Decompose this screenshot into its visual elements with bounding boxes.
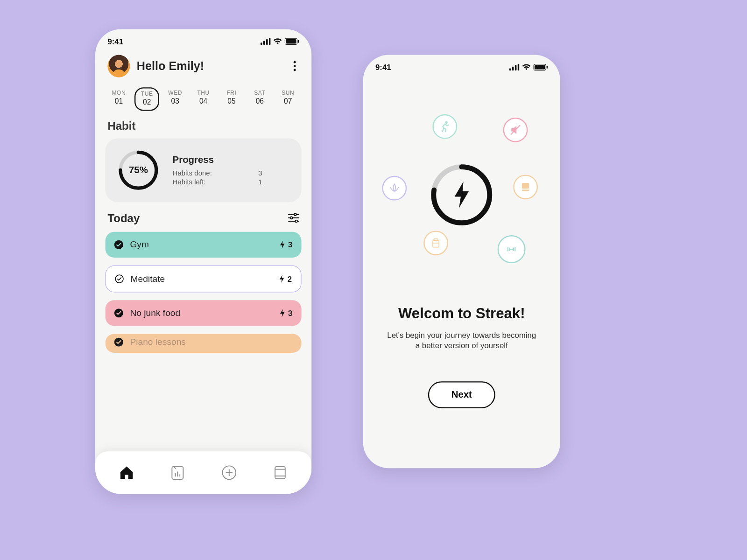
habit-label: Piano lessons	[130, 337, 186, 347]
bolt-icon	[427, 160, 496, 230]
dumbbell-icon	[498, 235, 526, 263]
habit-gym[interactable]: Gym 3	[106, 232, 302, 258]
svg-rect-0	[261, 42, 262, 45]
svg-point-10	[294, 213, 296, 216]
progress-percent: 75%	[117, 148, 161, 192]
svg-rect-1	[263, 41, 265, 45]
jar-icon	[423, 231, 448, 255]
cellular-icon	[509, 64, 520, 70]
journal-icon	[274, 465, 286, 480]
home-icon	[119, 465, 134, 480]
svg-point-16	[115, 275, 123, 283]
tab-add[interactable]	[218, 462, 240, 484]
habit-label: Meditate	[131, 274, 165, 284]
wifi-icon	[521, 64, 531, 70]
habit-label: Gym	[130, 240, 149, 250]
tab-journal[interactable]	[269, 462, 291, 484]
habit-label: No junk food	[130, 308, 180, 318]
add-icon	[221, 465, 237, 481]
svg-rect-25	[275, 467, 286, 479]
day-sat[interactable]: SAT06	[247, 87, 272, 111]
svg-rect-39	[433, 240, 439, 247]
streak-ring	[427, 160, 496, 230]
tab-bar	[95, 451, 311, 494]
status-time: 9:41	[375, 63, 391, 71]
section-habit-title: Habit	[95, 120, 311, 139]
svg-rect-28	[509, 68, 511, 70]
day-fri[interactable]: FRI05	[219, 87, 244, 111]
svg-rect-5	[286, 39, 296, 44]
progress-card[interactable]: 75% Progress Habits done:3 Habits left:1	[106, 138, 302, 202]
greeting: Hello Emily!	[137, 59, 204, 73]
check-filled-icon	[114, 338, 123, 347]
tab-stats[interactable]	[167, 462, 189, 484]
bolt-icon	[279, 309, 286, 317]
svg-rect-38	[522, 189, 529, 189]
battery-icon	[533, 64, 548, 70]
day-wed[interactable]: WED03	[163, 87, 188, 111]
habit-meditate[interactable]: Meditate 2	[106, 266, 302, 293]
book-icon	[513, 175, 538, 199]
bolt-icon	[279, 275, 285, 283]
wifi-icon	[273, 38, 282, 45]
progress-ring: 75%	[117, 148, 161, 192]
svg-rect-37	[522, 183, 529, 191]
day-sun[interactable]: SUN07	[275, 87, 300, 111]
onboarding-screen: 9:41 Welcom	[363, 55, 560, 469]
svg-point-12	[290, 217, 293, 219]
status-bar: 9:41	[363, 55, 560, 75]
check-filled-icon	[114, 308, 123, 317]
filter-icon[interactable]	[288, 212, 299, 224]
status-indicators	[261, 38, 299, 45]
svg-rect-34	[547, 66, 548, 69]
svg-rect-29	[512, 67, 514, 70]
onboarding-art	[363, 109, 560, 277]
habit-piano[interactable]: Piano lessons	[106, 334, 302, 353]
running-icon	[432, 114, 457, 139]
svg-rect-2	[266, 39, 268, 45]
check-outline-icon	[115, 274, 124, 283]
cellular-icon	[261, 38, 271, 45]
onboarding-subtitle: Let's begin your journey towards becomin…	[386, 330, 537, 351]
svg-rect-31	[518, 64, 520, 70]
progress-heading: Progress	[173, 154, 290, 166]
day-tue[interactable]: TUE02	[134, 87, 159, 111]
svg-point-35	[445, 121, 447, 123]
svg-rect-40	[434, 239, 438, 240]
habit-no-junk-food[interactable]: No junk food 3	[106, 300, 302, 326]
status-bar: 9:41	[95, 29, 311, 49]
day-mon[interactable]: MON01	[106, 87, 131, 111]
tab-home[interactable]	[115, 462, 138, 484]
avatar[interactable]	[107, 55, 130, 77]
svg-rect-30	[515, 65, 517, 70]
onboarding-title: Welcom to Streak!	[363, 305, 560, 322]
svg-rect-33	[535, 65, 545, 70]
mute-icon	[503, 118, 528, 142]
section-today-title: Today	[107, 212, 140, 225]
day-thu[interactable]: THU04	[191, 87, 216, 111]
svg-rect-6	[298, 40, 299, 43]
stats-icon	[171, 465, 184, 480]
status-time: 9:41	[107, 37, 123, 46]
dashboard-screen: 9:41 Hello Emily! MON01 TUE02 WED03	[95, 29, 311, 494]
next-button[interactable]: Next	[428, 381, 495, 408]
lotus-icon	[382, 176, 407, 201]
svg-point-14	[295, 220, 297, 222]
svg-rect-3	[269, 38, 271, 45]
more-menu-button[interactable]	[290, 58, 299, 75]
battery-icon	[285, 38, 299, 45]
status-indicators	[509, 64, 548, 70]
week-picker: MON01 TUE02 WED03 THU04 FRI05 SAT06 SUN0…	[95, 85, 311, 119]
check-filled-icon	[114, 240, 123, 249]
bolt-icon	[279, 241, 286, 249]
